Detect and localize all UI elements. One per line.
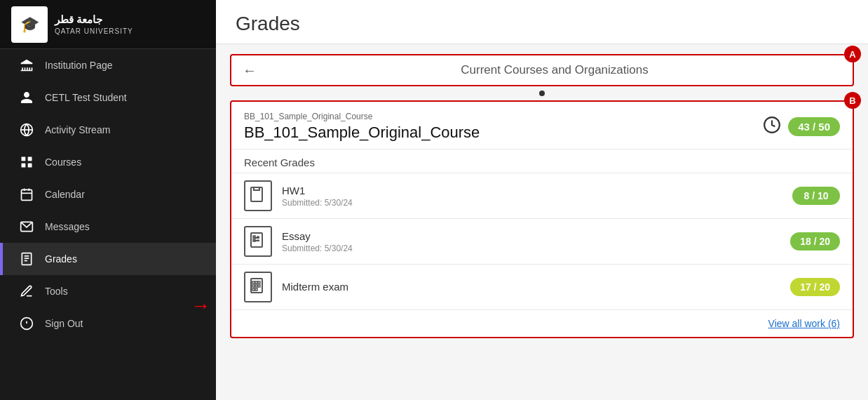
dot-indicator [216, 91, 868, 96]
activity-label: Activity Stream [45, 124, 110, 135]
sidebar-item-institution[interactable]: Institution Page [0, 49, 216, 81]
course-header: BB_101_Sample_Original_Course BB_101_Sam… [231, 102, 853, 149]
recent-grades-label: Recent Grades [231, 149, 853, 173]
hw1-score: 8 / 10 [792, 187, 840, 205]
svg-rect-35 [252, 281, 255, 284]
grade-row-midterm[interactable]: Midterm exam 17 / 20 [231, 264, 853, 309]
midterm-icon [244, 272, 272, 302]
sidebar: 🎓 جامعة قطر QATAR UNIVERSITY Institution… [0, 0, 216, 400]
midterm-score: 17 / 20 [790, 278, 840, 296]
view-all-link[interactable]: View all work (6) [768, 318, 840, 329]
grade-row-essay[interactable]: Essay Submitted: 5/30/24 18 / 20 [231, 218, 853, 264]
sidebar-item-grades[interactable]: Grades [0, 243, 216, 275]
sidebar-item-tools[interactable]: Tools [0, 275, 216, 307]
essay-icon [244, 226, 272, 257]
institution-icon [17, 58, 36, 72]
essay-score: 18 / 20 [790, 232, 840, 251]
svg-rect-42 [255, 288, 257, 291]
essay-submitted: Submitted: 5/30/24 [282, 244, 790, 253]
sidebar-item-cetl[interactable]: CETL Test Student [0, 81, 216, 114]
dot [539, 91, 545, 96]
svg-rect-39 [255, 285, 257, 287]
midterm-name: Midterm exam [282, 281, 790, 293]
svg-rect-5 [28, 164, 32, 168]
course-score-area: 43 / 50 [763, 116, 840, 138]
signout-icon [17, 316, 36, 331]
svg-rect-6 [22, 189, 32, 200]
university-name-english: QATAR UNIVERSITY [55, 27, 133, 36]
university-logo-icon: 🎓 [11, 6, 48, 43]
university-logo-text: جامعة قطر QATAR UNIVERSITY [55, 13, 133, 36]
svg-rect-37 [258, 281, 260, 284]
grades-label: Grades [45, 253, 77, 265]
view-all-row: View all work (6) [231, 309, 853, 337]
messages-label: Messages [45, 221, 90, 232]
signout-label: Sign Out [45, 318, 83, 329]
badge-b: B [844, 92, 861, 109]
main-content: Grades ← Current Courses and Organizatio… [216, 0, 868, 400]
course-selector-label: Current Courses and Organizations [268, 63, 841, 77]
cetl-label: CETL Test Student [45, 92, 127, 103]
midterm-details: Midterm exam [282, 281, 790, 294]
university-name-arabic: جامعة قطر [55, 13, 133, 27]
svg-rect-40 [258, 285, 260, 287]
svg-rect-2 [22, 157, 26, 161]
tools-label: Tools [45, 286, 68, 297]
hw1-details: HW1 Submitted: 5/30/24 [282, 185, 792, 208]
sidebar-item-activity[interactable]: Activity Stream [0, 114, 216, 146]
cetl-icon [17, 91, 36, 105]
sidebar-item-courses[interactable]: Courses [0, 146, 216, 178]
clock-icon [763, 116, 781, 138]
calendar-icon [17, 187, 36, 201]
institution-label: Institution Page [45, 60, 113, 71]
badge-a: A [844, 46, 861, 62]
courses-icon [17, 155, 36, 169]
calendar-label: Calendar [45, 189, 85, 200]
hw1-name: HW1 [282, 185, 792, 196]
grade-row-hw1[interactable]: HW1 Submitted: 5/30/24 8 / 10 [231, 173, 853, 218]
tools-icon [17, 284, 36, 298]
course-card: B BB_101_Sample_Original_Course BB_101_S… [230, 100, 854, 338]
course-subtitle: BB_101_Sample_Original_Course [244, 112, 763, 121]
essay-details: Essay Submitted: 5/30/24 [282, 230, 790, 253]
back-button[interactable]: ← [243, 62, 257, 79]
course-name: BB_101_Sample_Original_Course [244, 124, 763, 142]
activity-icon [17, 123, 36, 137]
sidebar-item-messages[interactable]: Messages [0, 211, 216, 243]
svg-rect-38 [252, 285, 255, 287]
svg-rect-41 [252, 288, 255, 291]
svg-rect-4 [22, 164, 26, 168]
course-info: BB_101_Sample_Original_Course BB_101_Sam… [244, 112, 763, 142]
course-selector[interactable]: ← Current Courses and Organizations A [230, 54, 854, 86]
course-score-badge: 43 / 50 [788, 117, 840, 136]
sidebar-nav: Institution Page CETL Test Student Activ… [0, 49, 216, 400]
courses-label: Courses [45, 156, 81, 168]
svg-rect-3 [28, 157, 32, 161]
grades-icon [17, 252, 36, 266]
page-title: Grades [236, 13, 848, 35]
sidebar-item-signout[interactable]: Sign Out [0, 307, 216, 340]
sidebar-item-calendar[interactable]: Calendar [0, 178, 216, 211]
essay-name: Essay [282, 230, 790, 242]
main-header: Grades [216, 0, 868, 44]
hw1-submitted: Submitted: 5/30/24 [282, 198, 792, 208]
svg-rect-36 [255, 281, 257, 284]
main-body: ← Current Courses and Organizations A B … [216, 44, 868, 400]
sidebar-logo: 🎓 جامعة قطر QATAR UNIVERSITY [0, 0, 216, 49]
messages-icon [17, 220, 36, 234]
hw1-icon [244, 180, 272, 211]
